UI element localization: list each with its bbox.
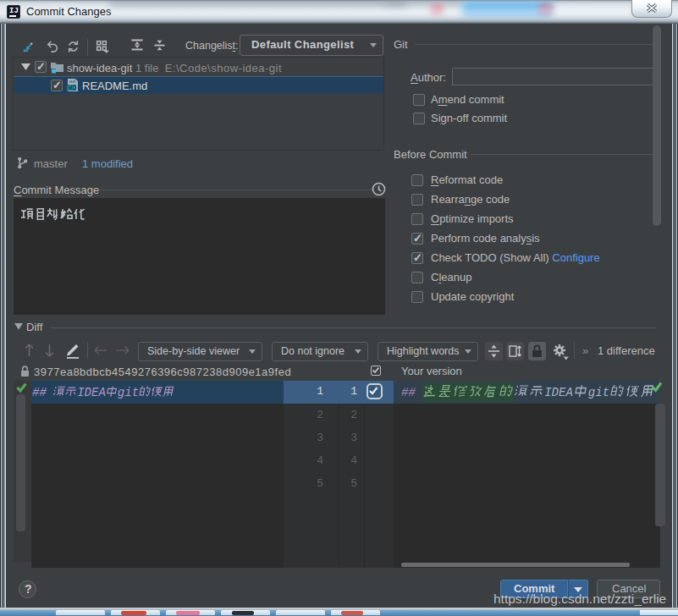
svg-text:MD: MD [68,85,76,91]
